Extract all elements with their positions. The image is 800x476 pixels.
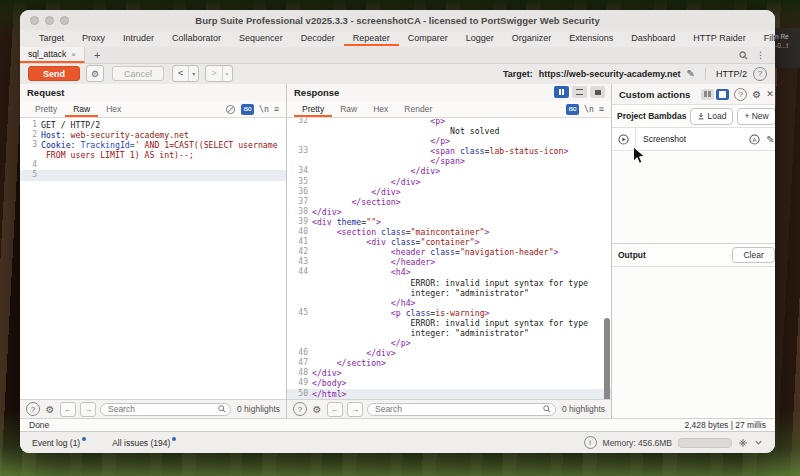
history-forward-button[interactable]: > ▾ <box>205 65 232 82</box>
code-line[interactable]: 40 <section class="maincontainer"> <box>287 227 611 237</box>
request-editor[interactable]: 1GET / HTTP/22Host: web-security-academy… <box>20 118 286 399</box>
code-line[interactable]: </h4> <box>287 298 611 308</box>
code-line[interactable]: 3Cookie: TrackingId=' AND 1=CAST((SELECT… <box>20 140 286 150</box>
custom-action-row[interactable]: Screenshot A ✎ <box>612 128 775 151</box>
code-line[interactable]: 33 <span class=lab-status-icon> <box>287 146 611 156</box>
code-line[interactable]: </span> <box>287 156 611 166</box>
code-line[interactable]: 42 <header class="navigation-header"> <box>287 247 611 257</box>
newline-toggle-icon[interactable]: \n <box>584 105 594 114</box>
response-search-input[interactable] <box>367 403 556 416</box>
run-action-cell[interactable] <box>612 128 636 150</box>
tab-search-icon[interactable] <box>739 51 748 60</box>
search-help-icon[interactable]: ? <box>26 402 40 416</box>
nonprintable-toggle-icon[interactable] <box>225 104 236 115</box>
menu-item-comparer[interactable]: Comparer <box>399 31 457 46</box>
response-tab-hex[interactable]: Hex <box>365 102 396 117</box>
back-dropdown-caret-icon[interactable]: ▾ <box>188 66 198 81</box>
prev-match-button[interactable]: ← <box>327 402 343 417</box>
response-scrollbar-thumb[interactable] <box>604 318 610 399</box>
next-match-button[interactable]: → <box>80 402 96 417</box>
menu-item-repeater[interactable]: Repeater <box>344 31 399 46</box>
charset-icon[interactable]: ISO <box>566 104 579 115</box>
code-line[interactable]: </p> <box>287 136 611 146</box>
code-line[interactable]: integer: "administrator" <box>287 288 611 298</box>
code-line[interactable]: 4 <box>20 160 286 170</box>
next-match-button[interactable]: → <box>347 402 363 417</box>
all-issues-button[interactable]: All issues (194) <box>112 438 176 448</box>
layout-single-button[interactable] <box>590 86 605 98</box>
code-line[interactable]: ERROR: invalid input syntax for type <box>287 278 611 288</box>
menu-item-proxy[interactable]: Proxy <box>73 31 114 46</box>
code-line[interactable]: 50</html> <box>287 389 611 399</box>
code-line[interactable]: integer: "administrator" <box>287 328 611 338</box>
chevron-down-icon[interactable] <box>754 438 763 447</box>
code-line[interactable]: 46 </div> <box>287 348 611 358</box>
menu-item-dashboard[interactable]: Dashboard <box>622 31 684 46</box>
edit-action-pencil-icon[interactable]: ✎ <box>766 134 774 145</box>
clear-output-button[interactable]: Clear <box>732 247 774 263</box>
code-line[interactable]: 35 </div> <box>287 177 611 187</box>
protocol-help-icon[interactable]: ? <box>753 67 767 81</box>
send-settings-gear-button[interactable]: ⚙ <box>86 65 104 82</box>
code-line[interactable]: 45 <p class=is-warning> <box>287 308 611 318</box>
code-line[interactable]: 41 <div class="container"> <box>287 237 611 247</box>
menu-item-logger[interactable]: Logger <box>457 31 503 46</box>
event-log-button[interactable]: Event log (1) <box>32 438 86 448</box>
search-settings-gear-icon[interactable]: ⚙ <box>44 403 56 415</box>
search-help-icon[interactable]: ? <box>293 402 307 416</box>
menu-item-filtersextension[interactable]: FiltersExtension <box>755 31 775 46</box>
code-line[interactable]: 5 <box>20 170 286 180</box>
code-line[interactable]: 39<div theme=""> <box>287 217 611 227</box>
forward-dropdown-caret-icon[interactable]: ▾ <box>222 66 232 81</box>
response-tab-render[interactable]: Render <box>396 102 440 117</box>
code-line[interactable]: 49</body> <box>287 378 611 388</box>
cancel-button[interactable]: Cancel <box>112 66 164 81</box>
charset-icon[interactable]: ISO <box>241 104 254 115</box>
menu-item-extensions[interactable]: Extensions <box>560 31 622 46</box>
dock-right-button[interactable] <box>716 89 729 100</box>
help-icon[interactable]: ? <box>734 88 747 101</box>
close-tab-icon[interactable]: × <box>71 50 76 59</box>
menu-item-http-raider[interactable]: HTTP Raider <box>684 31 754 46</box>
dock-left-button[interactable] <box>701 89 714 100</box>
send-button[interactable]: Send <box>28 66 80 81</box>
response-tab-pretty[interactable]: Pretty <box>294 102 332 117</box>
menu-item-intruder[interactable]: Intruder <box>114 31 163 46</box>
code-line[interactable]: 32 <p> <box>287 118 611 126</box>
close-panel-icon[interactable]: ✕ <box>766 89 774 99</box>
panel-menu-icon[interactable]: ≡ <box>599 104 604 114</box>
gear-icon[interactable]: ⚙ <box>752 89 761 100</box>
load-button[interactable]: Load <box>690 108 733 125</box>
request-search-input[interactable] <box>100 403 231 416</box>
menu-item-target[interactable]: Target <box>30 31 73 46</box>
request-tab-raw[interactable]: Raw <box>65 102 98 117</box>
code-line[interactable]: 44 <h4> <box>287 267 611 277</box>
code-line[interactable]: 34 </div> <box>287 166 611 176</box>
panel-menu-icon[interactable]: ≡ <box>274 104 279 114</box>
layout-rows-button[interactable] <box>572 86 587 98</box>
code-line[interactable]: 48</div> <box>287 368 611 378</box>
request-tab-pretty[interactable]: Pretty <box>27 102 65 117</box>
newline-toggle-icon[interactable]: \n <box>259 105 269 114</box>
menu-item-collaborator[interactable]: Collaborator <box>163 31 230 46</box>
request-tab-hex[interactable]: Hex <box>98 102 129 117</box>
code-line[interactable]: </p> <box>287 338 611 348</box>
code-line[interactable]: 38</div> <box>287 207 611 217</box>
menu-item-organizer[interactable]: Organizer <box>503 31 561 46</box>
response-tab-raw[interactable]: Raw <box>332 102 365 117</box>
search-settings-gear-icon[interactable]: ⚙ <box>311 403 323 415</box>
layout-columns-button[interactable] <box>554 86 569 98</box>
prev-match-button[interactable]: ← <box>60 402 76 417</box>
code-line[interactable]: 43 </header> <box>287 257 611 267</box>
code-line[interactable]: 37 </section> <box>287 197 611 207</box>
history-back-button[interactable]: < ▾ <box>172 65 199 82</box>
menu-item-sequencer[interactable]: Sequencer <box>230 31 292 46</box>
code-line[interactable]: 2Host: web-security-academy.net <box>20 130 286 140</box>
garbage-collect-icon[interactable] <box>738 438 748 448</box>
menu-item-decoder[interactable]: Decoder <box>292 31 344 46</box>
code-line[interactable]: 36 </div> <box>287 187 611 197</box>
response-viewer[interactable]: 32 <p> Not solved </p>33 <span class=lab… <box>287 118 611 399</box>
auto-run-icon[interactable]: A <box>749 134 760 145</box>
repeater-tab-sql-attack[interactable]: sql_attack × <box>20 47 85 63</box>
code-line[interactable]: ERROR: invalid input syntax for type <box>287 318 611 328</box>
